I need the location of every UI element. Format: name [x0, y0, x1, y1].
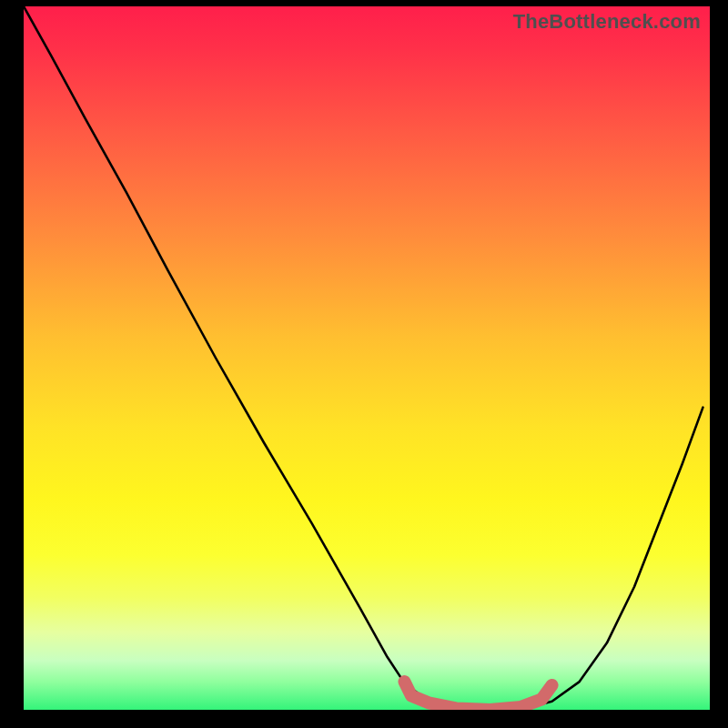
- watermark-text: TheBottleneck.com: [513, 10, 701, 34]
- chart-svg: [24, 6, 710, 710]
- chart-stage: TheBottleneck.com: [0, 0, 728, 728]
- plot-area: TheBottleneck.com: [24, 6, 710, 710]
- bottleneck-curve: [24, 6, 703, 710]
- marker-band: [404, 682, 551, 710]
